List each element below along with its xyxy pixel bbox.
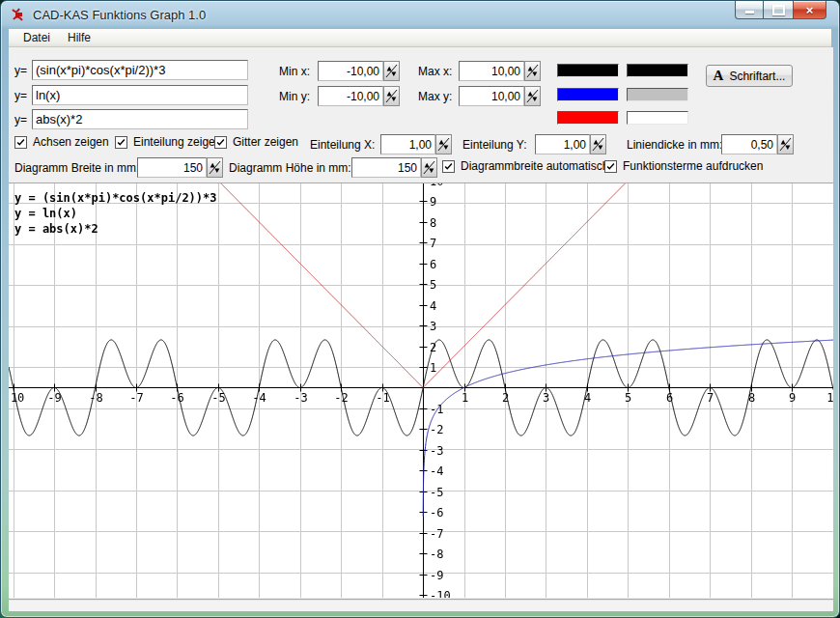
window-title: CAD-KAS Funktions Graph 1.0	[33, 8, 206, 22]
checkmark-icon	[605, 161, 616, 172]
min-x-group: Min x:	[279, 61, 400, 81]
diagramm-hoehe-label: Diagramm Höhe in mm:	[229, 161, 351, 175]
graph-area: y = (sin(x*pi)*cos(x*pi/2))*3 y = ln(x) …	[9, 183, 833, 598]
max-y-spinner[interactable]	[524, 86, 541, 106]
diagrammbreite-automatisch-label: Diagrammbreite automatisch	[461, 159, 608, 173]
graph-canvas	[9, 183, 833, 598]
menu-bar: Datei Hilfe	[9, 29, 831, 47]
einteilung-x-input[interactable]	[380, 134, 435, 154]
einteilung-x-group: Einteilung X:	[310, 134, 452, 154]
close-button[interactable]: ×	[793, 1, 826, 19]
max-x-group: Max x:	[418, 61, 541, 81]
minimize-button[interactable]	[735, 1, 764, 19]
achsen-checkbox[interactable]	[14, 136, 27, 149]
function-2-input[interactable]	[32, 85, 248, 105]
diagramm-breite-spinner[interactable]	[207, 157, 223, 178]
function-2-line-color-swatch[interactable]	[557, 88, 619, 101]
liniendicke-input[interactable]	[721, 134, 777, 154]
function-terms-overlay: y = (sin(x*pi)*cos(x*pi/2))*3 y = ln(x) …	[14, 190, 217, 237]
function-1-row: y=	[14, 60, 248, 80]
min-y-spinner[interactable]	[383, 86, 400, 106]
max-x-label: Max x:	[418, 65, 459, 78]
graph-term-1: y = (sin(x*pi)*cos(x*pi/2))*3	[14, 190, 217, 206]
min-y-group: Min y:	[279, 86, 400, 106]
diagramm-breite-label: Diagramm Breite in mm:	[14, 161, 137, 175]
max-y-label: Max y:	[418, 90, 459, 103]
checkmark-icon	[215, 137, 226, 148]
app-window: CAD-KAS Funktions Graph 1.0 × Datei Hilf…	[0, 0, 840, 618]
checkmark-icon	[443, 161, 454, 172]
auto-checkbox-group: Diagrammbreite automatisch	[442, 159, 608, 173]
min-x-label: Min x:	[279, 65, 318, 78]
gitter-checkbox[interactable]	[214, 136, 227, 149]
min-x-spinner[interactable]	[383, 61, 400, 81]
spinner-arrows-icon	[779, 137, 792, 152]
diagrammbreite-automatisch-checkbox[interactable]	[442, 160, 455, 173]
max-x-input[interactable]	[459, 61, 524, 81]
checkmark-icon	[15, 137, 26, 148]
spinner-arrows-icon	[209, 160, 221, 175]
schriftart-label: Schriftart...	[729, 70, 785, 83]
function-3-fill-color-swatch[interactable]	[627, 111, 688, 125]
gitter-checkbox-group: Gitter zeigen	[214, 135, 298, 149]
desktop-background: CAD-KAS Funktions Graph 1.0 × Datei Hilf…	[0, 0, 840, 618]
funktionsterme-checkbox[interactable]	[604, 160, 617, 173]
client-area: y= y= y= Min x: Max x:	[9, 47, 833, 611]
function-2-row: y=	[14, 85, 248, 105]
diagramm-breite-group: Diagramm Breite in mm:	[14, 157, 223, 178]
gitter-label: Gitter zeigen	[233, 135, 298, 149]
diagramm-hoehe-group: Diagramm Höhe in mm:	[229, 157, 437, 178]
menu-item-hilfe[interactable]: Hilfe	[59, 30, 99, 45]
liniendicke-label: Liniendicke in mm:	[627, 138, 721, 152]
spinner-arrows-icon	[385, 89, 398, 103]
function-3-label: y=	[14, 113, 32, 126]
function-2-fill-color-swatch[interactable]	[627, 88, 688, 101]
min-y-label: Min y:	[279, 90, 318, 103]
function-3-line-color-swatch[interactable]	[557, 111, 619, 125]
graph-term-3: y = abs(x)*2	[14, 221, 217, 237]
funktionsterme-label: Funktionsterme aufdrucken	[623, 159, 763, 173]
function-1-fill-color-swatch[interactable]	[627, 64, 688, 77]
spinner-arrows-icon	[437, 137, 450, 152]
einteilung-y-input[interactable]	[535, 134, 590, 154]
menu-item-datei[interactable]: Datei	[14, 30, 59, 45]
diagramm-breite-input[interactable]	[137, 157, 207, 178]
font-a-icon: A	[714, 68, 724, 84]
title-bar[interactable]: CAD-KAS Funktions Graph 1.0 ×	[1, 1, 839, 29]
function-2-label: y=	[14, 89, 32, 102]
einteilung-label: Einteilung zeigen	[133, 135, 221, 149]
einteilung-checkbox-group: Einteilung zeigen	[115, 135, 221, 149]
einteilung-x-spinner[interactable]	[435, 134, 452, 154]
function-3-row: y=	[14, 109, 248, 129]
spinner-arrows-icon	[526, 89, 539, 103]
checkmark-icon	[116, 137, 126, 148]
achsen-label: Achsen zeigen	[33, 135, 109, 149]
function-3-input[interactable]	[32, 109, 248, 129]
spinner-arrows-icon	[526, 64, 539, 78]
function-1-input[interactable]	[32, 60, 248, 80]
function-1-label: y=	[14, 64, 32, 77]
close-icon: ×	[806, 3, 814, 17]
diagramm-hoehe-spinner[interactable]	[421, 157, 437, 178]
minimize-icon	[745, 11, 754, 14]
app-icon	[11, 7, 26, 22]
spinner-arrows-icon	[385, 64, 398, 78]
min-x-input[interactable]	[318, 61, 383, 81]
schriftart-button[interactable]: A Schriftart...	[706, 65, 793, 87]
max-y-group: Max y:	[418, 86, 541, 106]
einteilung-y-label: Einteilung Y:	[462, 138, 535, 152]
liniendicke-spinner[interactable]	[777, 134, 794, 154]
einteilung-checkbox[interactable]	[115, 136, 127, 149]
graph-term-2: y = ln(x)	[14, 206, 217, 221]
max-x-spinner[interactable]	[524, 61, 541, 81]
achsen-checkbox-group: Achsen zeigen	[14, 135, 109, 149]
einteilung-y-spinner[interactable]	[590, 134, 606, 154]
function-1-line-color-swatch[interactable]	[557, 64, 619, 77]
min-y-input[interactable]	[318, 86, 383, 106]
liniendicke-group: Liniendicke in mm:	[627, 134, 794, 154]
diagramm-hoehe-input[interactable]	[351, 157, 421, 178]
maximize-button[interactable]	[764, 1, 793, 19]
spinner-arrows-icon	[592, 137, 604, 152]
maximize-icon	[772, 5, 785, 15]
max-y-input[interactable]	[459, 86, 524, 106]
